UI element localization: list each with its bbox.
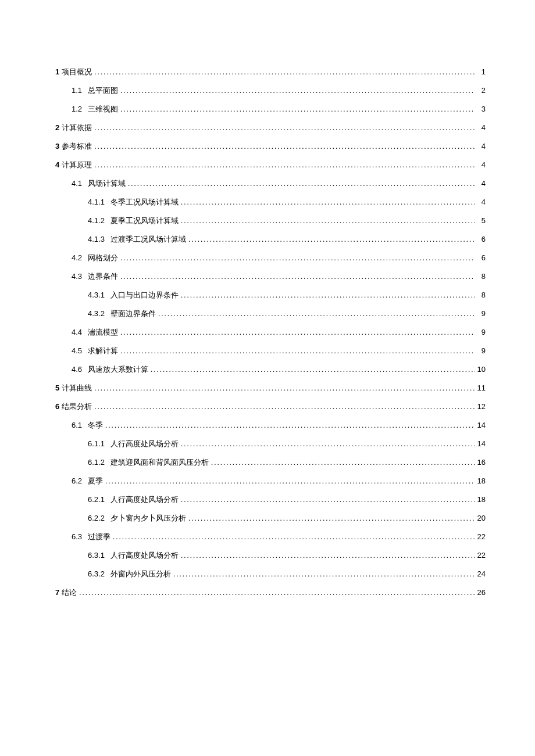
- toc-title: 过渡季: [88, 532, 110, 542]
- toc-entry[interactable]: 6结果分析12: [55, 402, 486, 412]
- toc-title: 参考标准: [62, 141, 92, 152]
- toc-page-number: 26: [475, 588, 486, 597]
- toc-title: 计算依据: [62, 123, 92, 133]
- toc-entry[interactable]: 1.1总平面图2: [55, 85, 486, 96]
- toc-leader-dots: [92, 67, 475, 77]
- toc-number: 6.1.2: [88, 458, 105, 467]
- toc-entry[interactable]: 5计算曲线11: [55, 383, 486, 393]
- toc-entry[interactable]: 6.3.1人行高度处风场分析22: [55, 550, 486, 561]
- toc-title: 项目概况: [62, 67, 92, 77]
- toc-entry[interactable]: 4计算原理4: [55, 160, 486, 170]
- toc-title: 结果分析: [62, 402, 92, 412]
- toc-leader-dots: [118, 272, 475, 281]
- toc-entry[interactable]: 4.1.3过渡季工况风场计算域6: [55, 234, 486, 245]
- toc-page-number: 4: [475, 160, 486, 169]
- toc-title: 过渡季工况风场计算域: [110, 234, 186, 245]
- toc-leader-dots: [148, 365, 475, 374]
- toc-leader-dots: [126, 179, 475, 188]
- toc-entry[interactable]: 4.2网格划分6: [55, 253, 486, 263]
- toc-entry[interactable]: 1项目概况1: [55, 67, 486, 77]
- toc-title: 夕卜窗内夕卜风压分析: [110, 513, 186, 524]
- toc-page-number: 8: [475, 291, 486, 299]
- toc-leader-dots: [171, 569, 475, 579]
- toc-number: 4.1.3: [88, 235, 105, 243]
- toc-title: 总平面图: [88, 85, 118, 96]
- toc-page-number: 22: [475, 532, 486, 541]
- toc-entry[interactable]: 4.3.2壁面边界条件9: [55, 309, 486, 319]
- toc-page-number: 3: [475, 105, 486, 113]
- toc-title: 壁面边界条件: [110, 309, 156, 319]
- toc-page-number: 6: [475, 235, 486, 243]
- toc-number: 4.1: [72, 179, 82, 188]
- toc-leader-dots: [103, 476, 475, 486]
- toc-entry[interactable]: 4.5求解计算9: [55, 346, 486, 356]
- toc-entry[interactable]: 6.2.2夕卜窗内夕卜风压分析20: [55, 513, 486, 524]
- toc-entry[interactable]: 2计算依据4: [55, 123, 486, 133]
- toc-page-number: 9: [475, 328, 486, 336]
- toc-entry[interactable]: 6.2夏季18: [55, 476, 486, 486]
- toc-entry[interactable]: 6.3过渡季22: [55, 532, 486, 542]
- toc-entry[interactable]: 4.6风速放大系数计算10: [55, 364, 486, 375]
- toc-number: 6: [55, 402, 59, 411]
- toc-page-number: 18: [475, 476, 486, 485]
- toc-leader-dots: [156, 309, 475, 318]
- toc-page-number: 22: [475, 551, 486, 560]
- toc-entry[interactable]: 1.2三维视图3: [55, 104, 486, 114]
- toc-entry[interactable]: 6.3.2外窗内外风压分析24: [55, 569, 486, 579]
- toc-title: 入口与出口边界条件: [110, 290, 179, 300]
- toc-number: 4.4: [72, 328, 82, 336]
- toc-number: 3: [55, 142, 59, 151]
- toc-number: 5: [55, 384, 59, 392]
- table-of-contents: 1项目概况11.1总平面图21.2三维视图32计算依据43参考标准44计算原理4…: [55, 67, 486, 598]
- toc-title: 人行高度处风场分析: [110, 439, 179, 449]
- toc-title: 计算曲线: [62, 383, 92, 393]
- toc-leader-dots: [179, 216, 475, 225]
- toc-title: 外窗内外风压分析: [110, 569, 171, 579]
- toc-entry[interactable]: 6.1.1人行高度处风场分析14: [55, 439, 486, 449]
- toc-page-number: 5: [475, 216, 486, 225]
- toc-number: 6.3.1: [88, 551, 105, 560]
- toc-leader-dots: [103, 421, 475, 430]
- toc-page-number: 18: [475, 495, 486, 504]
- toc-title: 风场计算域: [88, 178, 126, 189]
- toc-entry[interactable]: 4.4湍流模型9: [55, 327, 486, 338]
- toc-leader-dots: [209, 458, 475, 467]
- toc-entry[interactable]: 4.3.1入口与出口边界条件8: [55, 290, 486, 300]
- toc-page-number: 4: [475, 198, 486, 206]
- toc-entry[interactable]: 4.1风场计算域4: [55, 178, 486, 189]
- toc-number: 1.2: [72, 105, 82, 113]
- toc-page-number: 8: [475, 272, 486, 281]
- toc-title: 夏季: [88, 476, 103, 486]
- toc-entry[interactable]: 7结论26: [55, 587, 486, 598]
- toc-number: 4.5: [72, 346, 82, 355]
- toc-entry[interactable]: 6.1冬季14: [55, 420, 486, 431]
- toc-title: 夏季工况风场计算域: [110, 216, 179, 226]
- toc-entry[interactable]: 6.2.1人行高度处风场分析18: [55, 495, 486, 505]
- toc-title: 建筑迎风面和背风面风压分析: [110, 457, 209, 468]
- toc-page-number: 4: [475, 179, 486, 188]
- toc-page-number: 20: [475, 514, 486, 522]
- toc-page-number: 2: [475, 86, 486, 95]
- toc-leader-dots: [118, 346, 475, 356]
- toc-leader-dots: [186, 235, 475, 244]
- toc-entry[interactable]: 4.1.2夏季工况风场计算域5: [55, 216, 486, 226]
- toc-leader-dots: [118, 86, 475, 95]
- toc-number: 4: [55, 160, 59, 169]
- toc-title: 三维视图: [88, 104, 118, 114]
- toc-number: 4.3: [72, 272, 82, 281]
- toc-page-number: 4: [475, 123, 486, 132]
- toc-entry[interactable]: 6.1.2建筑迎风面和背风面风压分析16: [55, 457, 486, 468]
- toc-leader-dots: [179, 291, 475, 300]
- toc-number: 6.2.2: [88, 514, 105, 522]
- toc-title: 求解计算: [88, 346, 118, 356]
- toc-number: 4.3.2: [88, 309, 105, 318]
- toc-entry[interactable]: 3参考标准4: [55, 141, 486, 152]
- toc-leader-dots: [110, 532, 475, 542]
- toc-entry[interactable]: 4.1.1冬季工况风场计算域4: [55, 197, 486, 207]
- toc-page-number: 10: [475, 365, 486, 374]
- toc-entry[interactable]: 4.3边界条件8: [55, 271, 486, 282]
- toc-page-number: 4: [475, 142, 486, 151]
- toc-number: 1.1: [72, 86, 82, 95]
- toc-title: 风速放大系数计算: [88, 364, 148, 375]
- toc-number: 6.2.1: [88, 495, 105, 504]
